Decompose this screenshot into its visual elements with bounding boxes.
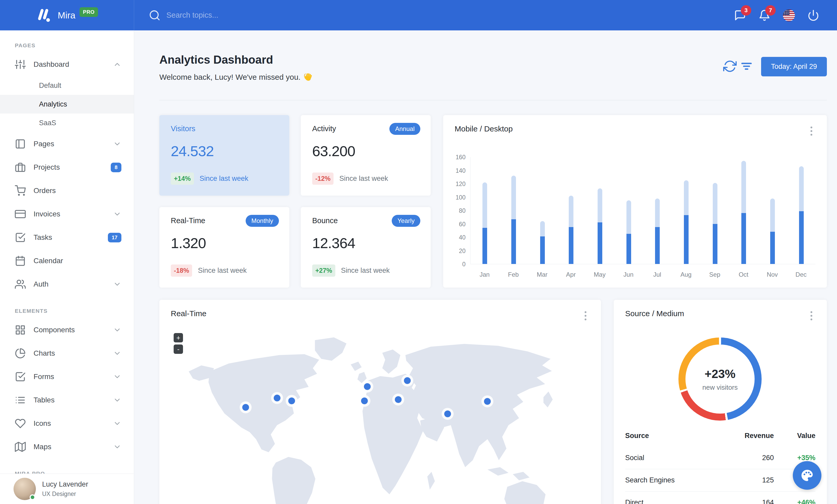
chevron-down-icon <box>113 326 121 334</box>
user-role: UX Designer <box>42 490 88 498</box>
table-cell-source: Social <box>625 454 719 462</box>
stat-period-badge: Annual <box>389 123 420 135</box>
sidebar-subitem-analytics[interactable]: Analytics <box>0 95 134 114</box>
theme-settings-button[interactable] <box>793 461 821 490</box>
sidebar-subitem-saas[interactable]: SaaS <box>0 114 134 132</box>
stat-card-visitors: Visitors 24.532 +14% Since last week <box>159 115 289 195</box>
brand[interactable]: Mira PRO <box>0 0 134 31</box>
avatar <box>14 478 36 500</box>
stat-period-badge: Yearly <box>392 215 420 227</box>
sidebar-item-invoices[interactable]: Invoices <box>0 202 134 226</box>
page-title: Analytics Dashboard <box>159 53 273 66</box>
sidebar-item-tasks[interactable]: Tasks17 <box>0 226 134 249</box>
map-marker-3 <box>288 397 295 404</box>
sidebar-item-tables[interactable]: Tables <box>0 388 134 412</box>
sidebar-item-maps[interactable]: Maps <box>0 435 134 459</box>
x-tick-label: Jun <box>614 271 643 278</box>
stat-delta-badge: +14% <box>171 172 194 185</box>
map-menu-button[interactable] <box>580 310 591 322</box>
x-tick-label: Apr <box>556 271 585 278</box>
stat-caption: Since last week <box>198 266 247 275</box>
sidebar-item-icons[interactable]: Icons <box>0 412 134 435</box>
table-cell-value: +46% <box>774 499 815 504</box>
check-square-icon <box>15 232 26 243</box>
power-icon <box>807 10 819 21</box>
sidebar-section-label: ELEMENTS <box>0 296 134 318</box>
map-marker-2 <box>274 395 281 402</box>
chevron-down-icon <box>113 443 121 451</box>
map-marker-4 <box>364 383 371 390</box>
stat-title: Real-Time <box>171 217 206 225</box>
app-root: Mira PRO 3 7 PAGESDashboardDefaultAnalyt… <box>0 0 837 504</box>
stat-value: 63.200 <box>312 143 355 160</box>
notifications-button[interactable]: 7 <box>759 10 770 21</box>
sidebar-item-label: Tasks <box>34 233 52 242</box>
mobile-desktop-chart-card: Mobile / Desktop 020406080100120140160Ja… <box>443 115 827 287</box>
refresh-button[interactable] <box>723 59 737 73</box>
x-tick-label: Jan <box>470 271 499 278</box>
sidebar-item-label: Pages <box>34 140 54 148</box>
grid-icon <box>15 324 26 335</box>
mira-logo-icon <box>36 7 53 23</box>
sidebar-item-pages[interactable]: Pages <box>0 132 134 156</box>
sidebar-item-label: Invoices <box>34 210 60 218</box>
table-cell-revenue: 164 <box>719 499 774 504</box>
filter-button[interactable] <box>740 59 753 73</box>
chart-menu-button[interactable] <box>806 125 817 137</box>
map-marker-9 <box>484 398 491 405</box>
x-tick-label: Mar <box>528 271 556 278</box>
sidebar-item-label: Maps <box>34 443 51 451</box>
sidebar-item-calendar[interactable]: Calendar <box>0 249 134 273</box>
chevron-down-icon <box>113 373 121 381</box>
sidebar-user[interactable]: Lucy Lavender UX Designer <box>0 473 133 504</box>
table-row: Social260+35% <box>625 447 815 469</box>
table-cell-source: Search Engines <box>625 476 719 484</box>
search-bar[interactable] <box>149 10 728 21</box>
table-row: Direct164+46% <box>625 491 815 504</box>
sidebar-item-badge: 8 <box>111 163 121 172</box>
navbar-actions: 3 7 <box>728 10 837 21</box>
stat-delta-badge: -12% <box>312 172 334 185</box>
user-name: Lucy Lavender <box>42 480 88 488</box>
x-tick-label: Sep <box>700 271 729 278</box>
main-content: Analytics Dashboard Welcome back, Lucy! … <box>134 31 837 504</box>
y-tick-label: 120 <box>447 181 466 187</box>
sidebar-item-components[interactable]: Components <box>0 318 134 342</box>
stat-value: 12.364 <box>312 235 355 251</box>
stat-delta-badge: -18% <box>171 264 192 277</box>
notifications-badge: 7 <box>765 5 776 16</box>
sidebar-item-auth[interactable]: Auth <box>0 273 134 296</box>
search-input[interactable] <box>166 11 322 19</box>
check-square-icon <box>15 371 26 382</box>
donut-center-value: +23% <box>705 367 736 381</box>
pro-badge: PRO <box>79 7 98 17</box>
sidebar-item-label: Projects <box>34 163 60 171</box>
sidebar-item-label: Forms <box>34 373 54 381</box>
bar-mobile-nov <box>770 232 775 264</box>
source-menu-button[interactable] <box>806 310 817 322</box>
wave-emoji <box>304 73 313 82</box>
x-tick-label: Nov <box>758 271 787 278</box>
sidebar-subitem-default[interactable]: Default <box>0 76 134 95</box>
stat-period-badge: Monthly <box>246 215 279 227</box>
stat-value: 1.320 <box>171 235 206 251</box>
bar-mobile-may <box>598 222 602 264</box>
messages-button[interactable]: 3 <box>734 10 746 21</box>
sidebar-item-orders[interactable]: Orders <box>0 179 134 202</box>
source-table-header: Source Revenue Value <box>625 429 815 447</box>
y-tick-label: 60 <box>447 221 466 228</box>
sidebar-item-dashboard[interactable]: Dashboard <box>0 53 134 76</box>
briefcase-icon <box>15 162 26 173</box>
sidebar-item-forms[interactable]: Forms <box>0 365 134 388</box>
logout-button[interactable] <box>807 10 819 21</box>
date-range-button[interactable]: Today: April 29 <box>761 57 827 76</box>
search-icon <box>149 10 161 21</box>
map-icon <box>15 442 26 452</box>
sidebar-item-charts[interactable]: Charts <box>0 342 134 365</box>
stat-card-activity: Activity Annual 63.200 -12% Since last w… <box>301 115 431 195</box>
chevron-down-icon <box>113 140 121 148</box>
sidebar-item-projects[interactable]: Projects8 <box>0 156 134 179</box>
bar-mobile-jun <box>626 234 631 264</box>
language-flag-button[interactable] <box>783 10 795 21</box>
x-tick-label: Dec <box>787 271 815 278</box>
